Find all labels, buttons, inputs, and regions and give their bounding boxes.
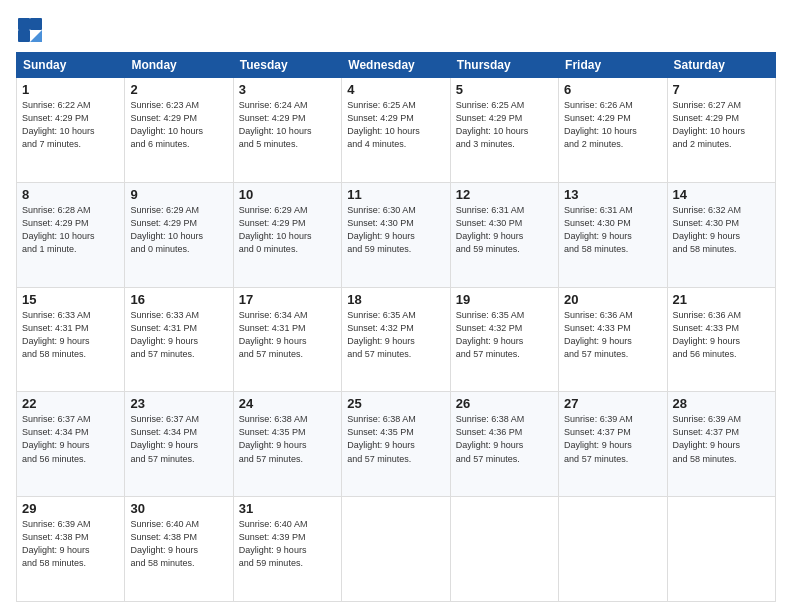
day-number: 31 xyxy=(239,501,336,516)
cell-info: Sunrise: 6:40 AMSunset: 4:39 PMDaylight:… xyxy=(239,518,336,570)
cell-info: Sunrise: 6:35 AMSunset: 4:32 PMDaylight:… xyxy=(456,309,553,361)
cell-info: Sunrise: 6:26 AMSunset: 4:29 PMDaylight:… xyxy=(564,99,661,151)
cell-info: Sunrise: 6:31 AMSunset: 4:30 PMDaylight:… xyxy=(564,204,661,256)
calendar-cell: 29Sunrise: 6:39 AMSunset: 4:38 PMDayligh… xyxy=(17,497,125,602)
cell-info: Sunrise: 6:25 AMSunset: 4:29 PMDaylight:… xyxy=(456,99,553,151)
calendar-cell: 24Sunrise: 6:38 AMSunset: 4:35 PMDayligh… xyxy=(233,392,341,497)
day-number: 9 xyxy=(130,187,227,202)
day-number: 25 xyxy=(347,396,444,411)
day-number: 12 xyxy=(456,187,553,202)
calendar-cell: 28Sunrise: 6:39 AMSunset: 4:37 PMDayligh… xyxy=(667,392,775,497)
calendar-cell xyxy=(342,497,450,602)
day-number: 5 xyxy=(456,82,553,97)
day-number: 22 xyxy=(22,396,119,411)
day-number: 26 xyxy=(456,396,553,411)
col-header-thursday: Thursday xyxy=(450,53,558,78)
calendar-cell: 19Sunrise: 6:35 AMSunset: 4:32 PMDayligh… xyxy=(450,287,558,392)
calendar-cell: 31Sunrise: 6:40 AMSunset: 4:39 PMDayligh… xyxy=(233,497,341,602)
cell-info: Sunrise: 6:39 AMSunset: 4:37 PMDaylight:… xyxy=(564,413,661,465)
calendar-cell: 4Sunrise: 6:25 AMSunset: 4:29 PMDaylight… xyxy=(342,78,450,183)
cell-info: Sunrise: 6:30 AMSunset: 4:30 PMDaylight:… xyxy=(347,204,444,256)
calendar-cell: 26Sunrise: 6:38 AMSunset: 4:36 PMDayligh… xyxy=(450,392,558,497)
col-header-wednesday: Wednesday xyxy=(342,53,450,78)
logo-icon xyxy=(16,16,44,44)
calendar-cell: 30Sunrise: 6:40 AMSunset: 4:38 PMDayligh… xyxy=(125,497,233,602)
day-number: 13 xyxy=(564,187,661,202)
calendar-cell: 12Sunrise: 6:31 AMSunset: 4:30 PMDayligh… xyxy=(450,182,558,287)
calendar-cell xyxy=(559,497,667,602)
calendar-cell: 25Sunrise: 6:38 AMSunset: 4:35 PMDayligh… xyxy=(342,392,450,497)
day-number: 18 xyxy=(347,292,444,307)
calendar-week-3: 15Sunrise: 6:33 AMSunset: 4:31 PMDayligh… xyxy=(17,287,776,392)
day-number: 6 xyxy=(564,82,661,97)
svg-rect-1 xyxy=(30,18,42,30)
cell-info: Sunrise: 6:32 AMSunset: 4:30 PMDaylight:… xyxy=(673,204,770,256)
day-number: 7 xyxy=(673,82,770,97)
day-number: 16 xyxy=(130,292,227,307)
cell-info: Sunrise: 6:31 AMSunset: 4:30 PMDaylight:… xyxy=(456,204,553,256)
calendar-cell: 7Sunrise: 6:27 AMSunset: 4:29 PMDaylight… xyxy=(667,78,775,183)
calendar-cell: 2Sunrise: 6:23 AMSunset: 4:29 PMDaylight… xyxy=(125,78,233,183)
cell-info: Sunrise: 6:40 AMSunset: 4:38 PMDaylight:… xyxy=(130,518,227,570)
cell-info: Sunrise: 6:33 AMSunset: 4:31 PMDaylight:… xyxy=(130,309,227,361)
calendar-cell: 6Sunrise: 6:26 AMSunset: 4:29 PMDaylight… xyxy=(559,78,667,183)
cell-info: Sunrise: 6:39 AMSunset: 4:37 PMDaylight:… xyxy=(673,413,770,465)
calendar-cell: 16Sunrise: 6:33 AMSunset: 4:31 PMDayligh… xyxy=(125,287,233,392)
cell-info: Sunrise: 6:22 AMSunset: 4:29 PMDaylight:… xyxy=(22,99,119,151)
col-header-monday: Monday xyxy=(125,53,233,78)
calendar-cell xyxy=(450,497,558,602)
svg-marker-3 xyxy=(30,30,42,42)
cell-info: Sunrise: 6:38 AMSunset: 4:36 PMDaylight:… xyxy=(456,413,553,465)
cell-info: Sunrise: 6:29 AMSunset: 4:29 PMDaylight:… xyxy=(130,204,227,256)
col-header-friday: Friday xyxy=(559,53,667,78)
day-number: 10 xyxy=(239,187,336,202)
day-number: 30 xyxy=(130,501,227,516)
day-number: 28 xyxy=(673,396,770,411)
calendar-cell: 9Sunrise: 6:29 AMSunset: 4:29 PMDaylight… xyxy=(125,182,233,287)
cell-info: Sunrise: 6:24 AMSunset: 4:29 PMDaylight:… xyxy=(239,99,336,151)
calendar-cell: 13Sunrise: 6:31 AMSunset: 4:30 PMDayligh… xyxy=(559,182,667,287)
cell-info: Sunrise: 6:38 AMSunset: 4:35 PMDaylight:… xyxy=(239,413,336,465)
cell-info: Sunrise: 6:34 AMSunset: 4:31 PMDaylight:… xyxy=(239,309,336,361)
cell-info: Sunrise: 6:37 AMSunset: 4:34 PMDaylight:… xyxy=(130,413,227,465)
day-number: 23 xyxy=(130,396,227,411)
day-number: 1 xyxy=(22,82,119,97)
calendar-cell: 18Sunrise: 6:35 AMSunset: 4:32 PMDayligh… xyxy=(342,287,450,392)
calendar-header-row: SundayMondayTuesdayWednesdayThursdayFrid… xyxy=(17,53,776,78)
calendar-cell: 27Sunrise: 6:39 AMSunset: 4:37 PMDayligh… xyxy=(559,392,667,497)
day-number: 27 xyxy=(564,396,661,411)
cell-info: Sunrise: 6:29 AMSunset: 4:29 PMDaylight:… xyxy=(239,204,336,256)
cell-info: Sunrise: 6:36 AMSunset: 4:33 PMDaylight:… xyxy=(673,309,770,361)
cell-info: Sunrise: 6:25 AMSunset: 4:29 PMDaylight:… xyxy=(347,99,444,151)
day-number: 24 xyxy=(239,396,336,411)
calendar-week-4: 22Sunrise: 6:37 AMSunset: 4:34 PMDayligh… xyxy=(17,392,776,497)
calendar-week-5: 29Sunrise: 6:39 AMSunset: 4:38 PMDayligh… xyxy=(17,497,776,602)
calendar-cell: 10Sunrise: 6:29 AMSunset: 4:29 PMDayligh… xyxy=(233,182,341,287)
calendar-cell: 17Sunrise: 6:34 AMSunset: 4:31 PMDayligh… xyxy=(233,287,341,392)
calendar-cell: 23Sunrise: 6:37 AMSunset: 4:34 PMDayligh… xyxy=(125,392,233,497)
header xyxy=(16,16,776,44)
day-number: 29 xyxy=(22,501,119,516)
day-number: 14 xyxy=(673,187,770,202)
col-header-sunday: Sunday xyxy=(17,53,125,78)
cell-info: Sunrise: 6:35 AMSunset: 4:32 PMDaylight:… xyxy=(347,309,444,361)
calendar-cell: 20Sunrise: 6:36 AMSunset: 4:33 PMDayligh… xyxy=(559,287,667,392)
calendar-week-1: 1Sunrise: 6:22 AMSunset: 4:29 PMDaylight… xyxy=(17,78,776,183)
day-number: 11 xyxy=(347,187,444,202)
cell-info: Sunrise: 6:27 AMSunset: 4:29 PMDaylight:… xyxy=(673,99,770,151)
calendar-cell: 21Sunrise: 6:36 AMSunset: 4:33 PMDayligh… xyxy=(667,287,775,392)
day-number: 17 xyxy=(239,292,336,307)
day-number: 15 xyxy=(22,292,119,307)
cell-info: Sunrise: 6:39 AMSunset: 4:38 PMDaylight:… xyxy=(22,518,119,570)
calendar-cell: 5Sunrise: 6:25 AMSunset: 4:29 PMDaylight… xyxy=(450,78,558,183)
col-header-saturday: Saturday xyxy=(667,53,775,78)
cell-info: Sunrise: 6:28 AMSunset: 4:29 PMDaylight:… xyxy=(22,204,119,256)
cell-info: Sunrise: 6:36 AMSunset: 4:33 PMDaylight:… xyxy=(564,309,661,361)
day-number: 3 xyxy=(239,82,336,97)
cell-info: Sunrise: 6:38 AMSunset: 4:35 PMDaylight:… xyxy=(347,413,444,465)
calendar-week-2: 8Sunrise: 6:28 AMSunset: 4:29 PMDaylight… xyxy=(17,182,776,287)
logo xyxy=(16,16,48,44)
day-number: 21 xyxy=(673,292,770,307)
calendar-cell: 1Sunrise: 6:22 AMSunset: 4:29 PMDaylight… xyxy=(17,78,125,183)
calendar-cell xyxy=(667,497,775,602)
